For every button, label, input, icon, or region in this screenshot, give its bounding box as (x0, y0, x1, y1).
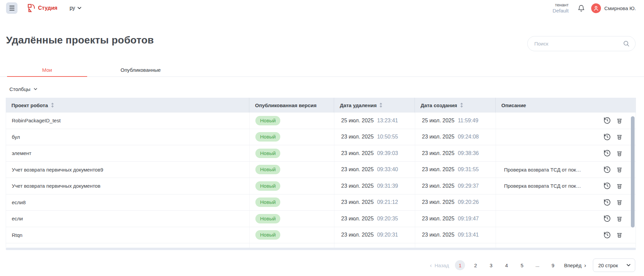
columns-button[interactable]: Столбцы (9, 86, 37, 92)
table-header-description: Описание (496, 98, 636, 113)
published-version-cell: Новый (250, 211, 334, 227)
delete-button[interactable] (616, 117, 623, 124)
project-name: RobinPackageID_test (12, 118, 61, 123)
restore-button[interactable] (603, 182, 611, 190)
table-row: Учет возврата первичных документов Новый… (6, 178, 636, 194)
tab-published-label: Опубликованные (120, 67, 160, 73)
trash-icon (616, 231, 623, 239)
rows-per-page-select[interactable]: 20 строк (593, 258, 635, 272)
project-name-cell: Rtqn (6, 227, 250, 243)
deleted-date-cell: 23 июл. 202509:20:35 (334, 211, 415, 227)
menu-button[interactable] (6, 2, 17, 14)
pagination-page[interactable]: 1 (455, 260, 465, 270)
top-bar: Студия ру тенант Default (0, 0, 644, 16)
restore-button[interactable] (603, 149, 611, 157)
published-version-cell: Новый (250, 227, 334, 243)
description-cell: Проверка возврата ТСД от пок… (496, 178, 636, 194)
vertical-scrollbar-thumb[interactable] (631, 116, 635, 227)
restore-button[interactable] (603, 117, 611, 124)
brand-name: Студия (38, 5, 58, 11)
restore-button[interactable] (603, 198, 611, 206)
delete-button[interactable] (616, 166, 623, 173)
tab-my-label: Мои (42, 67, 52, 73)
user-avatar[interactable] (591, 3, 601, 13)
tenant-switcher[interactable]: тенант Default (552, 2, 569, 14)
created-time: 09:31:55 (458, 166, 479, 173)
table-row: элемент Новый 23 июл. 202509:39:03 23 ию… (6, 145, 636, 162)
table-header-name[interactable]: Проект робота (6, 98, 249, 113)
table-cell (496, 243, 636, 248)
table-header-deleted[interactable]: Дата удаления (334, 98, 415, 113)
deleted-time: 09:39:03 (377, 150, 398, 156)
created-date-cell: 23 июл. 202509:20:26 (415, 194, 496, 211)
language-switcher[interactable]: ру (70, 5, 82, 11)
created-date-cell: 23 июл. 202509:38:36 (415, 145, 496, 161)
pagination-page[interactable]: 2 (470, 260, 480, 270)
delete-button[interactable] (616, 198, 623, 206)
restore-button[interactable] (603, 231, 611, 239)
delete-button[interactable] (616, 215, 623, 222)
published-version-cell: Новый (250, 162, 334, 178)
restore-button[interactable] (603, 215, 611, 222)
tab-published[interactable]: Опубликованные (87, 63, 194, 76)
pagination-page[interactable]: 5 (517, 260, 527, 270)
restore-button[interactable] (603, 133, 611, 141)
table-cell (415, 243, 496, 248)
notifications-button[interactable] (577, 4, 585, 12)
table-header-created[interactable]: Дата создания (415, 98, 496, 113)
search-input[interactable] (534, 41, 623, 47)
table-header-label: Дата создания (421, 102, 457, 108)
row-actions (603, 166, 623, 174)
row-actions (603, 117, 623, 124)
pagination-pages: 12345...9 (455, 260, 558, 270)
delete-button[interactable] (616, 182, 623, 190)
created-date-cell: 23 июл. 202509:31:55 (415, 162, 496, 178)
pagination-forward-button[interactable]: Вперёд › (564, 263, 586, 268)
deleted-date: 23 июл. 2025 (341, 166, 374, 173)
deleted-date: 25 июл. 2025 (341, 118, 374, 124)
columns-button-label: Столбцы (9, 86, 30, 92)
row-actions (603, 198, 623, 206)
delete-button[interactable] (616, 133, 623, 141)
project-name-cell: Учет возврата первичных документов (6, 178, 250, 194)
chevron-left-icon: ‹ (430, 263, 432, 268)
pagination-ellipsis: ... (532, 260, 542, 270)
user-name[interactable]: Смирнова Ю. (604, 5, 636, 11)
description-cell (496, 194, 636, 211)
deleted-time: 09:20:35 (377, 216, 398, 222)
trash-icon (616, 215, 623, 222)
table-row: Учет возврата первичных документов9 Новы… (6, 162, 636, 178)
pagination-page[interactable]: 9 (548, 260, 558, 270)
row-actions (603, 215, 623, 222)
page-title: Удалённые проекты роботов (6, 34, 154, 46)
deleted-date: 23 июл. 2025 (341, 216, 374, 222)
bell-icon (577, 4, 585, 12)
delete-button[interactable] (616, 231, 623, 239)
created-date: 23 июл. 2025 (422, 199, 455, 205)
deleted-time: 09:21:12 (377, 199, 398, 205)
status-badge: Новый (255, 197, 280, 207)
pagination-back-label: Назад (434, 263, 449, 268)
search-icon[interactable] (623, 40, 630, 47)
pagination-back-button[interactable]: ‹ Назад (430, 263, 449, 268)
horizontal-scrollbar[interactable] (6, 248, 636, 250)
trash-icon (616, 117, 623, 124)
app-window: Студия ру тенант Default (0, 0, 644, 276)
brand[interactable]: Студия (28, 4, 58, 12)
created-date: 23 июл. 2025 (422, 232, 455, 238)
pagination: ‹ Назад 12345...9 Вперёд › 20 строк (430, 258, 635, 272)
search-box (527, 36, 636, 51)
table-row: Rtqn Новый 23 июл. 202509:20:31 23 июл. … (6, 227, 636, 244)
pagination-page[interactable]: 3 (486, 260, 496, 270)
tenant-value: Default (552, 8, 569, 14)
pagination-page[interactable]: 4 (501, 260, 511, 270)
created-date-cell: 23 июл. 202509:24:08 (415, 129, 496, 145)
published-version-cell: Новый (250, 194, 334, 211)
chevron-down-icon (77, 7, 81, 9)
delete-button[interactable] (616, 150, 623, 157)
project-name: Учет возврата первичных документов9 (12, 167, 103, 173)
description-text: Проверка возврата ТСД от пок… (504, 167, 603, 173)
created-date-cell: 23 июл. 202509:19:47 (415, 211, 496, 227)
tab-my[interactable]: Мои (7, 63, 87, 76)
restore-button[interactable] (603, 166, 611, 174)
